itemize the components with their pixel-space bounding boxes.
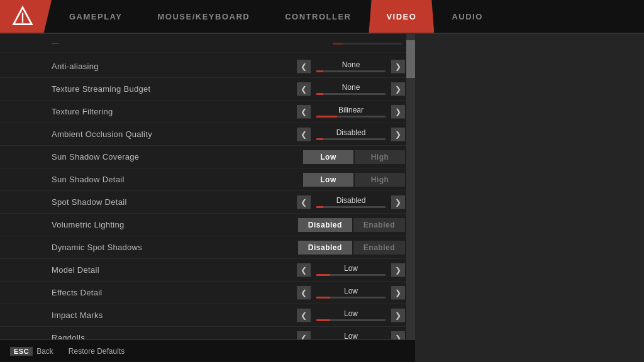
volumetric-lighting-enabled-btn[interactable]: Enabled [353, 218, 405, 232]
texture-filtering-left-arrow[interactable]: ❮ [297, 105, 311, 119]
apex-logo [11, 5, 34, 28]
texture-streaming-fill [316, 93, 323, 95]
footer-restore[interactable]: Restore Defaults [69, 347, 125, 356]
spot-shadow-detail-value: Disabled [326, 196, 376, 205]
ambient-occlusion-control: ❮ Disabled ❯ [297, 128, 405, 141]
tab-controller[interactable]: CONTROLLER [267, 0, 369, 33]
back-label: Back [36, 347, 53, 356]
svg-point-2 [22, 21, 24, 23]
volumetric-lighting-label: Volumetric Lighting [52, 220, 298, 229]
texture-filtering-bar [316, 116, 386, 118]
impact-marks-fill [316, 319, 330, 321]
top-partial-row: — [0, 34, 415, 53]
texture-filtering-fill [316, 116, 337, 118]
effects-detail-bar [316, 297, 386, 299]
anti-aliasing-control: ❮ None ❯ [297, 60, 405, 74]
spot-shadow-detail-fill [316, 206, 323, 208]
sun-shadow-coverage-high-btn[interactable]: High [355, 150, 405, 164]
setting-row-volumetric-lighting: Volumetric Lighting Disabled Enabled [0, 214, 415, 236]
texture-filtering-value: Bilinear [326, 106, 376, 114]
model-detail-left-arrow[interactable]: ❮ [297, 263, 311, 277]
texture-filtering-right-arrow[interactable]: ❯ [391, 105, 405, 119]
volumetric-lighting-disabled-btn[interactable]: Disabled [298, 218, 352, 232]
anti-aliasing-fill [316, 70, 323, 72]
impact-marks-right-arrow[interactable]: ❯ [391, 309, 405, 322]
anti-aliasing-left-arrow[interactable]: ❮ [297, 60, 311, 74]
model-detail-right-arrow[interactable]: ❯ [391, 263, 405, 277]
sun-shadow-detail-control: Low High [303, 173, 405, 187]
sun-shadow-detail-label: Sun Shadow Detail [52, 175, 303, 184]
footer: ESC Back Restore Defaults [0, 339, 415, 362]
spot-shadow-detail-bar [316, 206, 386, 208]
texture-streaming-control: ❮ None ❯ [297, 82, 405, 96]
model-detail-fill [316, 274, 330, 276]
top-partial-label: — [52, 39, 330, 48]
ragdolls-right-arrow[interactable]: ❯ [391, 331, 405, 340]
effects-detail-label: Effects Detail [52, 288, 297, 297]
ragdolls-slider: Low [313, 332, 389, 339]
texture-streaming-bar [316, 93, 386, 95]
spot-shadow-detail-left-arrow[interactable]: ❮ [297, 195, 311, 209]
dynamic-spot-shadows-disabled-btn[interactable]: Disabled [298, 241, 352, 255]
effects-detail-right-arrow[interactable]: ❯ [391, 286, 405, 300]
sun-shadow-coverage-low-btn[interactable]: Low [303, 150, 353, 164]
ragdolls-control: ❮ Low ❯ [297, 331, 405, 340]
texture-filtering-label: Texture Filtering [52, 107, 297, 116]
ragdolls-value: Low [326, 332, 376, 339]
sun-shadow-detail-low-btn[interactable]: Low [303, 173, 353, 187]
model-detail-label: Model Detail [52, 265, 297, 275]
texture-streaming-left-arrow[interactable]: ❮ [297, 82, 311, 96]
impact-marks-label: Impact Marks [52, 310, 297, 320]
anti-aliasing-bar [316, 70, 386, 72]
nav-tabs: GAMEPLAY MOUSE/KEYBOARD CONTROLLER VIDEO… [52, 0, 644, 33]
top-partial-control [330, 41, 405, 45]
effects-detail-value: Low [326, 287, 376, 295]
setting-row-spot-shadow-detail: Spot Shadow Detail ❮ Disabled ❯ [0, 191, 415, 214]
ragdolls-label: Ragdolls [52, 333, 297, 339]
impact-marks-slider: Low [313, 309, 389, 321]
ragdolls-left-arrow[interactable]: ❮ [297, 331, 311, 340]
footer-back[interactable]: ESC Back [10, 347, 53, 356]
ambient-occlusion-value: Disabled [326, 128, 376, 137]
tab-video[interactable]: VIDEO [369, 0, 434, 33]
sun-shadow-detail-high-btn[interactable]: High [355, 173, 405, 187]
scrollbar-track[interactable] [406, 34, 415, 339]
tab-gameplay[interactable]: GAMEPLAY [52, 0, 140, 33]
ambient-occlusion-left-arrow[interactable]: ❮ [297, 128, 311, 141]
effects-detail-left-arrow[interactable]: ❮ [297, 286, 311, 300]
setting-row-impact-marks: Impact Marks ❮ Low ❯ [0, 304, 415, 327]
setting-row-ambient-occlusion: Ambient Occlusion Quality ❮ Disabled ❯ [0, 123, 415, 146]
settings-list: Anti-aliasing ❮ None ❯ Textur [0, 53, 415, 339]
anti-aliasing-right-arrow[interactable]: ❯ [391, 60, 405, 74]
scrollbar-thumb[interactable] [406, 40, 415, 78]
ambient-occlusion-label: Ambient Occlusion Quality [52, 129, 297, 139]
impact-marks-control: ❮ Low ❯ [297, 309, 405, 322]
impact-marks-left-arrow[interactable]: ❮ [297, 309, 311, 322]
setting-row-model-detail: Model Detail ❮ Low ❯ [0, 259, 415, 282]
ambient-occlusion-right-arrow[interactable]: ❯ [391, 128, 405, 141]
setting-row-dynamic-spot-shadows: Dynamic Spot Shadows Disabled Enabled [0, 236, 415, 259]
tab-audio[interactable]: AUDIO [434, 0, 500, 33]
setting-row-texture-filtering: Texture Filtering ❮ Bilinear ❯ [0, 101, 415, 123]
anti-aliasing-label: Anti-aliasing [52, 62, 297, 71]
setting-row-anti-aliasing: Anti-aliasing ❮ None ❯ [0, 55, 415, 78]
texture-streaming-value: None [326, 83, 376, 92]
sun-shadow-coverage-label: Sun Shadow Coverage [52, 152, 303, 162]
texture-streaming-right-arrow[interactable]: ❯ [391, 82, 405, 96]
impact-marks-bar [316, 319, 386, 321]
model-detail-bar [316, 274, 386, 276]
dynamic-spot-shadows-control: Disabled Enabled [298, 241, 405, 255]
effects-detail-control: ❮ Low ❯ [297, 286, 405, 300]
spot-shadow-detail-right-arrow[interactable]: ❯ [391, 195, 405, 209]
setting-row-ragdolls: Ragdolls ❮ Low ❯ [0, 327, 415, 339]
dynamic-spot-shadows-label: Dynamic Spot Shadows [52, 243, 298, 252]
spot-shadow-detail-control: ❮ Disabled ❯ [297, 195, 405, 209]
dynamic-spot-shadows-enabled-btn[interactable]: Enabled [353, 241, 405, 255]
texture-filtering-slider: Bilinear [313, 106, 389, 118]
effects-detail-fill [316, 297, 330, 299]
restore-defaults-label: Restore Defaults [69, 347, 125, 356]
settings-panel: — Anti-aliasing ❮ None [0, 34, 415, 362]
settings-wrapper: — Anti-aliasing ❮ None [0, 34, 415, 339]
side-panel [415, 34, 644, 362]
tab-mouse-keyboard[interactable]: MOUSE/KEYBOARD [140, 0, 267, 33]
